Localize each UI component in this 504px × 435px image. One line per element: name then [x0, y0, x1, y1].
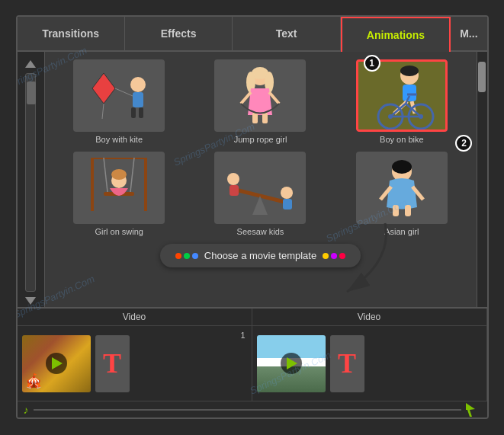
main-window: SpringsPartyin.Com SpringsPartyin.Com Sp…	[16, 15, 489, 419]
list-item[interactable]: Seesaw kids	[194, 152, 327, 236]
svg-line-6	[115, 88, 133, 96]
svg-rect-4	[131, 107, 136, 118]
play-icon-1	[52, 357, 63, 369]
sticker-icon: 🎪	[25, 373, 42, 389]
video-thumbnail-2[interactable]	[257, 335, 326, 392]
timeline-footer: ♪	[18, 401, 487, 417]
animation-thumb-jump-rope[interactable]	[214, 59, 306, 132]
animation-thumb-boy-kite[interactable]	[73, 59, 165, 132]
transition-block-1[interactable]: T	[95, 335, 130, 392]
asian-girl-illustration	[364, 158, 440, 219]
svg-point-44	[392, 160, 412, 174]
svg-rect-40	[230, 185, 239, 196]
svg-point-39	[227, 173, 239, 185]
svg-marker-50	[466, 403, 475, 417]
jump-rope-illustration	[222, 66, 298, 126]
svg-line-32	[104, 158, 108, 192]
play-button-1[interactable]	[46, 353, 67, 374]
tab-transitions[interactable]: Transitions	[18, 17, 125, 50]
dot-3	[192, 253, 198, 259]
right-scrollbar[interactable]	[477, 52, 487, 307]
scrollbar-thumb[interactable]	[27, 82, 36, 104]
track-header-1: Video	[18, 309, 252, 326]
scroll-down-arrow[interactable]	[25, 297, 36, 305]
list-item[interactable]: Boy on bike 2	[335, 59, 468, 144]
badge-2: 2	[455, 135, 472, 152]
animation-thumb-asian-girl[interactable]	[356, 152, 448, 224]
svg-line-33	[130, 158, 134, 192]
animation-grid: Boy with kite	[53, 59, 469, 236]
dot-2	[184, 253, 190, 259]
dot-4	[323, 253, 329, 259]
animation-label: Boy with kite	[95, 135, 143, 144]
template-button-label: Choose a movie template	[204, 250, 316, 261]
dot-5	[331, 253, 337, 259]
tab-more[interactable]: M...	[451, 17, 486, 50]
scrollbar-thumb[interactable]	[478, 62, 486, 92]
play-button-2[interactable]	[281, 353, 302, 374]
timeline: Video 1 🎪 T Video	[18, 307, 487, 417]
svg-point-28	[419, 114, 423, 119]
cursor-icon	[466, 403, 481, 417]
tab-animations[interactable]: Animations	[341, 17, 451, 52]
svg-rect-5	[139, 107, 143, 118]
video-thumbnail-1[interactable]: 🎪	[22, 335, 91, 392]
transition-block-2[interactable]: T	[330, 335, 364, 392]
animation-thumb-girl-swing[interactable]	[73, 152, 165, 224]
main-content: Boy with kite	[18, 52, 487, 307]
play-icon-2	[287, 357, 297, 369]
tab-text[interactable]: Text	[233, 17, 340, 50]
template-dots	[175, 253, 198, 259]
timeline-track-2: Video T	[252, 309, 487, 401]
animation-label: Girl on swing	[95, 227, 143, 236]
animation-label: Boy on bike	[380, 135, 423, 144]
seesaw-illustration	[222, 158, 298, 219]
svg-point-27	[388, 114, 393, 119]
scroll-up-arrow[interactable]	[25, 60, 36, 68]
left-sidebar	[18, 52, 45, 307]
svg-rect-12	[262, 113, 268, 123]
list-item[interactable]: Jump rope girl	[194, 59, 327, 144]
choose-template-button[interactable]: Choose a movie template	[160, 244, 361, 267]
svg-rect-3	[133, 92, 143, 107]
svg-marker-0	[92, 73, 115, 104]
tab-effects[interactable]: Effects	[125, 17, 233, 50]
list-item[interactable]: Asian girl	[335, 152, 468, 236]
svg-rect-42	[283, 199, 292, 210]
svg-rect-47	[393, 205, 399, 216]
svg-rect-48	[405, 205, 411, 216]
timeline-tracks: Video 1 🎪 T Video	[18, 309, 487, 401]
sidebar-scrollbar[interactable]	[25, 73, 36, 292]
track-content-2: T	[252, 326, 486, 401]
svg-point-36	[111, 169, 127, 180]
track-number-1: 1	[240, 331, 245, 340]
animation-label: Jump rope girl	[234, 135, 287, 144]
svg-line-1	[102, 104, 104, 119]
animation-label: Asian girl	[384, 227, 419, 236]
track-header-2: Video	[252, 309, 486, 326]
tab-bar: Transitions Effects Text Animations M...…	[18, 17, 487, 52]
boy-bike-illustration	[360, 62, 444, 130]
animation-grid-area: Boy with kite	[45, 52, 477, 307]
list-item[interactable]: Girl on swing	[53, 152, 186, 236]
svg-point-2	[130, 77, 146, 92]
svg-point-16	[400, 66, 419, 76]
list-item[interactable]: Boy with kite	[53, 59, 186, 144]
track-content-1: 1 🎪 T	[18, 326, 252, 401]
girl-swing-illustration	[81, 158, 157, 219]
svg-rect-11	[252, 113, 258, 123]
note-icon: ♪	[24, 404, 29, 416]
boy-kite-illustration	[81, 66, 157, 126]
svg-rect-17	[403, 85, 416, 101]
svg-point-41	[281, 187, 293, 199]
badge-1: 1	[364, 55, 380, 72]
template-button-wrapper: Choose a movie template	[53, 244, 469, 273]
timeline-track-1: Video 1 🎪 T	[18, 309, 252, 401]
dot-1	[175, 253, 181, 259]
animation-label: Seesaw kids	[237, 227, 284, 236]
animation-thumb-seesaw[interactable]	[214, 152, 306, 224]
timeline-line	[34, 409, 461, 411]
dot-6	[339, 253, 345, 259]
template-dots-right	[323, 253, 345, 259]
